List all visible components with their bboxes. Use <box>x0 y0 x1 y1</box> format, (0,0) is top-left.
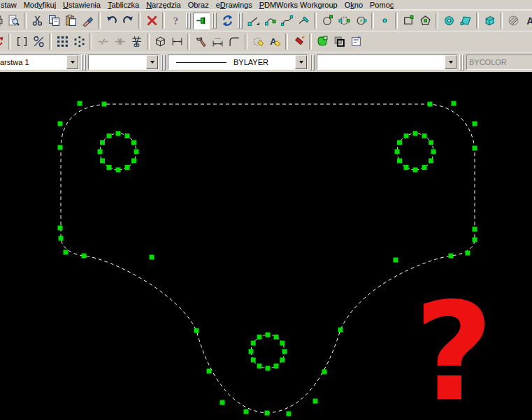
grip-handle[interactable] <box>102 102 107 107</box>
grip-handle[interactable] <box>395 150 400 154</box>
help-button[interactable]: ? <box>167 13 184 29</box>
paste-button[interactable] <box>62 13 79 29</box>
edit-tool-button[interactable] <box>192 34 209 50</box>
grip-handle[interactable] <box>220 400 225 405</box>
grip-handle[interactable] <box>429 159 433 164</box>
hole-circle[interactable] <box>251 335 285 368</box>
grip-handle[interactable] <box>428 102 433 107</box>
edit-arc-button[interactable] <box>250 34 266 50</box>
grip-handle[interactable] <box>131 159 136 164</box>
menu-staw[interactable]: staw <box>0 1 20 9</box>
grip-handle[interactable] <box>116 168 121 173</box>
grip-handle[interactable] <box>313 399 318 404</box>
grip-handle[interactable] <box>98 150 103 154</box>
lineweight-combo[interactable] <box>317 55 457 70</box>
osnap-toggle-button[interactable] <box>193 13 210 29</box>
undo-button[interactable] <box>103 13 120 29</box>
grip-handle[interactable] <box>58 226 63 231</box>
color-combo[interactable] <box>88 55 159 70</box>
grip-handle[interactable] <box>251 358 256 363</box>
array-polar-button[interactable] <box>71 34 87 50</box>
print-preview-button[interactable] <box>5 13 22 29</box>
menu-modyfikuj[interactable]: Modyfikuj <box>20 1 59 9</box>
grip-handle[interactable] <box>404 133 409 138</box>
grip-handle[interactable] <box>449 254 454 259</box>
menu-narzędzia[interactable]: Narzędzia <box>143 1 185 9</box>
box3d-tool-button[interactable] <box>481 13 498 29</box>
toolbar-gripper[interactable] <box>459 55 464 71</box>
explode-button[interactable] <box>290 34 307 50</box>
measure-button[interactable] <box>168 34 185 50</box>
donut-tool-button[interactable] <box>440 13 457 29</box>
menu-pomoc[interactable]: Pomoc <box>366 1 397 9</box>
grip-handle[interactable] <box>265 411 270 416</box>
arc-tool-button[interactable] <box>261 13 278 29</box>
erase-button[interactable] <box>143 13 160 29</box>
toolbar-gripper[interactable] <box>161 55 166 71</box>
tangent-arc-tool-button[interactable] <box>295 13 312 29</box>
grip-handle[interactable] <box>100 159 105 164</box>
toolbar-gripper[interactable] <box>186 13 191 29</box>
menu-ustawienia[interactable]: Ustawienia <box>59 1 104 9</box>
grip-handle[interactable] <box>473 122 477 126</box>
grip-handle[interactable] <box>58 145 63 150</box>
grip-handle[interactable] <box>338 328 343 333</box>
grip-handle[interactable] <box>100 140 105 145</box>
circle-tool-button[interactable] <box>319 13 336 29</box>
hatch-tool-button[interactable] <box>505 13 522 29</box>
region-green-button[interactable] <box>314 34 331 50</box>
toolbar-gripper[interactable] <box>310 55 315 71</box>
grip-handle[interactable] <box>422 133 427 138</box>
text-tool-button[interactable]: A <box>522 13 532 29</box>
menu-okno[interactable]: Okno <box>341 1 366 9</box>
drawing-area[interactable]: ? <box>0 72 532 420</box>
linetype-combo[interactable]: BYLAYER <box>168 55 308 70</box>
combo-dropdown-button[interactable] <box>445 55 456 69</box>
grip-handle[interactable] <box>274 363 279 368</box>
polygon-tool-button[interactable] <box>417 13 433 29</box>
dimension-button[interactable] <box>209 34 226 50</box>
break-at-point-button[interactable] <box>111 34 128 50</box>
grip-handle[interactable] <box>322 370 327 375</box>
grip-handle[interactable] <box>413 131 418 136</box>
grip-handle[interactable] <box>473 238 477 242</box>
combo-dropdown-button[interactable] <box>66 55 78 69</box>
combo-dropdown-button[interactable] <box>146 55 158 69</box>
fillet-button[interactable] <box>226 34 243 50</box>
grip-handle[interactable] <box>194 328 199 333</box>
grip-handle[interactable] <box>473 146 477 151</box>
grip-handle[interactable] <box>280 358 285 363</box>
grip-handle[interactable] <box>251 341 256 346</box>
toolbar-gripper[interactable] <box>212 13 217 29</box>
grip-handle[interactable] <box>249 349 254 354</box>
point-tool-button[interactable] <box>376 13 393 29</box>
array-rect-button[interactable] <box>54 34 71 50</box>
grip-handle[interactable] <box>59 236 64 241</box>
grip-handle[interactable] <box>58 122 63 126</box>
break-button[interactable] <box>94 34 111 50</box>
grip-handle[interactable] <box>413 168 418 173</box>
grip-handle[interactable] <box>466 251 470 256</box>
grip-handle[interactable] <box>282 349 287 354</box>
grip-handle[interactable] <box>473 227 477 232</box>
copy-button[interactable] <box>45 13 62 29</box>
grip-handle[interactable] <box>64 250 69 255</box>
grip-handle[interactable] <box>257 363 262 368</box>
grip-handle[interactable] <box>134 150 139 154</box>
grip-handle[interactable] <box>266 333 271 338</box>
hole-circle[interactable] <box>397 133 433 170</box>
grip-handle[interactable] <box>429 140 433 145</box>
menu-tabliczka[interactable]: Tabliczka <box>104 1 143 9</box>
grip-handle[interactable] <box>431 150 436 154</box>
offset-button[interactable] <box>30 34 47 50</box>
grip-handle[interactable] <box>150 255 154 260</box>
grip-handle[interactable] <box>131 140 136 145</box>
regen-button[interactable] <box>219 13 236 29</box>
menu-obraz[interactable]: Obraz <box>185 1 213 9</box>
circle-2pt-tool-button[interactable] <box>336 13 352 29</box>
spline-tool-button[interactable] <box>278 13 295 29</box>
grip-handle[interactable] <box>280 341 285 346</box>
grip-handle[interactable] <box>266 366 271 371</box>
layer-combo[interactable]: arstwa 1 <box>0 55 79 70</box>
rotate-button[interactable] <box>0 34 6 50</box>
